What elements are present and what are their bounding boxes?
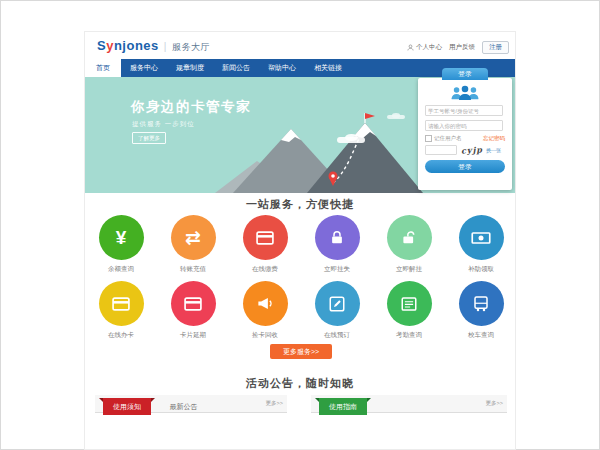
edit-icon: [328, 295, 346, 313]
services-heading: 一站服务，方便快捷: [85, 197, 515, 212]
login-options: 记住用户名 忘记密码: [425, 135, 505, 142]
service-label: 在线缴费: [229, 265, 301, 274]
service-item-school-bus[interactable]: 校车查询: [445, 281, 517, 340]
service-item-subsidy[interactable]: 补助领取: [445, 215, 517, 274]
service-item-card-renewal[interactable]: 卡片延期: [157, 281, 229, 340]
lock-icon: [328, 229, 346, 247]
site-name: 服务大厅: [172, 42, 210, 52]
service-label: 在线预订: [301, 331, 373, 340]
hero-title: 你身边的卡管专家: [131, 98, 251, 116]
list-icon: [400, 295, 418, 313]
hero-subtitle: 提供服务 一步到位: [132, 120, 195, 129]
personal-center-link[interactable]: 个人中心: [407, 43, 442, 52]
mountain-illustration: [215, 113, 425, 193]
service-label: 余额查询: [85, 265, 157, 274]
banknote-icon: [471, 228, 491, 248]
service-circle: [243, 281, 288, 326]
service-circle: [459, 281, 504, 326]
service-label: 考勤查询: [373, 331, 445, 340]
user-feedback-label: 用户反馈: [449, 43, 475, 52]
service-circle: [243, 215, 288, 260]
announcements-right-panel: 使用指南 更多>>: [311, 395, 507, 413]
service-item-attendance[interactable]: 考勤查询: [373, 281, 445, 340]
remember-checkbox[interactable]: [425, 135, 432, 142]
service-label: 捡卡回收: [229, 331, 301, 340]
header-actions: 个人中心 用户反馈 注册: [407, 41, 509, 54]
more-link[interactable]: 更多>>: [266, 395, 283, 412]
service-item-apply-card[interactable]: 在线办卡: [85, 281, 157, 340]
nav-item-news[interactable]: 新闻公告: [213, 59, 259, 77]
service-item-unfreeze[interactable]: 立即解挂: [373, 215, 445, 274]
service-circle: [171, 281, 216, 326]
announcements-left-panel: 使用须知 最新公告 更多>>: [95, 395, 287, 413]
nav-item-home[interactable]: 首页: [85, 59, 121, 77]
nav-item-links[interactable]: 相关链接: [305, 59, 351, 77]
nav-item-service-center[interactable]: 服务中心: [121, 59, 167, 77]
login-panel: 登录 记住用户名 忘记密码 cyjp 换一张 登录: [418, 78, 512, 190]
logo-text: S: [97, 38, 106, 53]
users-icon: [449, 84, 481, 102]
remember-label: 记住用户名: [434, 135, 462, 142]
more-services-button[interactable]: 更多服务>>: [270, 344, 332, 359]
service-label: 立即挂失: [301, 265, 373, 274]
account-input[interactable]: [425, 105, 503, 116]
service-circle: [387, 281, 432, 326]
services-row-2: 在线办卡 卡片延期 捡卡回收 在线预订 考勤查询: [85, 281, 517, 340]
tab-usage-notice[interactable]: 使用须知: [103, 398, 151, 415]
services-row-1: ¥ 余额查询 ⇄ 转账充值 在线缴费 立即挂失 立即解挂: [85, 215, 517, 274]
card-icon: [183, 294, 203, 314]
tab-user-guide[interactable]: 使用指南: [319, 398, 367, 415]
yuan-icon: ¥: [116, 228, 127, 247]
service-item-report-loss[interactable]: 立即挂失: [301, 215, 373, 274]
service-label: 转账充值: [157, 265, 229, 274]
forgot-password-link[interactable]: 忘记密码: [483, 135, 505, 142]
personal-center-label: 个人中心: [416, 43, 442, 52]
hero-more-button[interactable]: 了解更多: [132, 132, 166, 144]
password-input[interactable]: [425, 120, 503, 131]
card-icon: [255, 228, 275, 248]
captcha-image[interactable]: cyjp: [461, 144, 484, 156]
service-label: 校车查询: [445, 331, 517, 340]
nav-item-rules[interactable]: 规章制度: [167, 59, 213, 77]
service-circle: [387, 215, 432, 260]
tab-latest-news[interactable]: 最新公告: [169, 398, 197, 415]
card-icon: [111, 294, 131, 314]
more-link[interactable]: 更多>>: [486, 395, 503, 412]
header: Synjones|服务大厅 个人中心 用户反馈 注册: [85, 32, 515, 59]
captcha-refresh-link[interactable]: 换一张: [486, 147, 501, 153]
bus-icon: [472, 295, 490, 313]
user-feedback-link[interactable]: 用户反馈: [449, 43, 475, 52]
megaphone-icon: [256, 294, 275, 313]
login-tab[interactable]: 登录: [442, 68, 488, 80]
site-container: Synjones|服务大厅 个人中心 用户反馈 注册 首页 服务中心 规章制度 …: [84, 31, 516, 450]
service-label: 补助领取: [445, 265, 517, 274]
service-item-online-booking[interactable]: 在线预订: [301, 281, 373, 340]
transfer-icon: ⇄: [185, 228, 201, 247]
service-item-transfer[interactable]: ⇄ 转账充值: [157, 215, 229, 274]
service-label: 立即解挂: [373, 265, 445, 274]
logo-divider: |: [164, 41, 167, 52]
person-icon: [407, 44, 414, 51]
page: { "header": { "logo_text_a": "S", "logo_…: [0, 0, 600, 450]
logo-text-rest: njones: [114, 38, 159, 53]
unlock-icon: [400, 229, 418, 247]
nav-item-help[interactable]: 帮助中心: [259, 59, 305, 77]
service-circle: [315, 281, 360, 326]
cloud-icon: [337, 137, 365, 143]
service-circle: [315, 215, 360, 260]
service-item-online-pay[interactable]: 在线缴费: [229, 215, 301, 274]
service-circle: ⇄: [171, 215, 216, 260]
captcha-input[interactable]: [425, 145, 457, 155]
announcements-heading: 活动公告，随时知晓: [85, 376, 515, 391]
service-label: 卡片延期: [157, 331, 229, 340]
service-item-card-recovery[interactable]: 捡卡回收: [229, 281, 301, 340]
logo[interactable]: Synjones|服务大厅: [97, 38, 210, 54]
service-label: 在线办卡: [85, 331, 157, 340]
logo-accent: y: [106, 38, 114, 53]
service-item-balance[interactable]: ¥ 余额查询: [85, 215, 157, 274]
captcha-row: cyjp 换一张: [425, 144, 505, 155]
login-submit-button[interactable]: 登录: [425, 160, 505, 173]
service-circle: [459, 215, 504, 260]
service-circle: [99, 281, 144, 326]
register-button[interactable]: 注册: [482, 41, 509, 54]
